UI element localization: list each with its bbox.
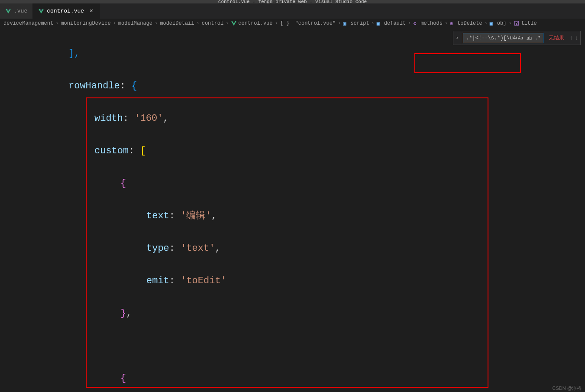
bc-folder[interactable]: monitoringDevice (61, 20, 110, 26)
find-widget: › Aa ab .* 无结果 ↑ ↓ (453, 31, 581, 45)
line-gutter (0, 28, 25, 384)
code-content: ], rowHandle: { width: '160', custom: [ … (25, 28, 585, 384)
key-icon: ⚿ (514, 20, 520, 26)
find-prev-icon[interactable]: ↑ (569, 35, 573, 42)
bc-symbol[interactable]: ⚿title (514, 20, 537, 26)
bc-symbol[interactable]: ▣obj (490, 20, 507, 26)
find-match-case-icon[interactable]: Aa (517, 36, 524, 40)
vue-icon (5, 8, 11, 14)
bc-symbol[interactable]: ⚙toDelete (450, 20, 482, 26)
tab-vue[interactable]: .vue (0, 3, 33, 19)
bc-folder[interactable]: control (202, 20, 223, 26)
module-icon: ▣ (490, 20, 496, 26)
bc-folder[interactable]: deviceManagement (3, 20, 53, 26)
find-regex-icon[interactable]: .* (534, 36, 542, 40)
bc-symbol[interactable]: ▣script (343, 20, 369, 26)
code-editor[interactable]: ], rowHandle: { width: '160', custom: [ … (0, 28, 585, 384)
tab-label: .vue (14, 8, 27, 14)
bc-file[interactable]: control.vue (231, 20, 272, 26)
bc-folder[interactable]: modelDetail (160, 20, 194, 26)
method-icon: ⚙ (450, 20, 456, 26)
bc-folder[interactable]: modelManage (118, 20, 152, 26)
close-icon[interactable]: × (88, 8, 94, 15)
bc-symbol[interactable]: ▣default (377, 20, 406, 26)
window-title: control.vue - fengn-private-web - Visual… (0, 0, 585, 3)
find-result-count: 无结果 (545, 34, 568, 42)
vue-icon (38, 8, 44, 14)
tab-control-vue[interactable]: control.vue × (33, 3, 100, 19)
find-whole-word-icon[interactable]: ab (525, 36, 533, 40)
tab-label: control.vue (47, 8, 84, 14)
method-icon: ⚙ (413, 20, 419, 26)
bc-symbol[interactable]: { } "control.vue" (280, 20, 336, 26)
module-icon: ▣ (377, 20, 383, 26)
breadcrumb: deviceManagement› monitoringDevice› mode… (0, 19, 585, 28)
tab-bar: .vue control.vue × (0, 3, 585, 19)
module-icon: ▣ (343, 20, 349, 26)
find-toggle-replace[interactable]: › (453, 31, 461, 45)
watermark: CSDN @浮桥 (549, 384, 585, 392)
vue-icon (231, 20, 237, 26)
bc-symbol[interactable]: ⚙methods (413, 20, 442, 26)
find-next-icon[interactable]: ↓ (575, 35, 579, 42)
